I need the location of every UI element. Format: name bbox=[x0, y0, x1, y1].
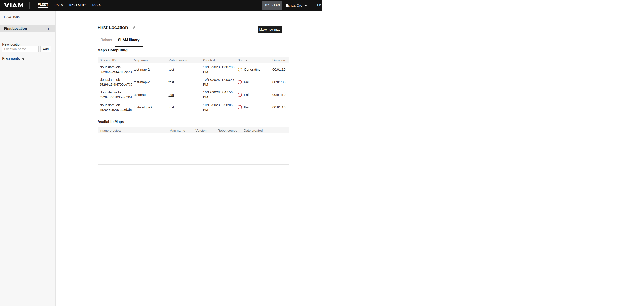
column-header: Map name bbox=[132, 57, 167, 63]
robot-source-link[interactable]: test bbox=[169, 105, 174, 109]
created-cell: 10/12/2023, 3:28:05 PM bbox=[201, 101, 236, 114]
robot-source-link[interactable]: test bbox=[169, 67, 174, 71]
topbar-divider bbox=[29, 2, 30, 9]
fail-icon bbox=[238, 93, 242, 97]
table-row: cloudslam-job-652848c52e7ab8d3b91c2e4dte… bbox=[98, 101, 289, 114]
empty-table-body bbox=[98, 133, 289, 153]
session-id: cloudslam-job-65296b2a9f4700ce7378a21f bbox=[100, 65, 132, 74]
session-id-cell: cloudslam-job-65296a5f9f4700ce7378a21d bbox=[98, 76, 132, 88]
session-id-cell: cloudslam-job-65284d667695afd304a913bc bbox=[98, 88, 132, 101]
session-id-cell: cloudslam-job-65296b2a9f4700ce7378a21f bbox=[98, 63, 132, 76]
status-label: Fail bbox=[244, 105, 249, 110]
generating-spinner-icon bbox=[238, 67, 242, 72]
org-switcher[interactable]: Esha's Org bbox=[286, 0, 307, 11]
status-label: Fail bbox=[244, 80, 249, 85]
user-avatar[interactable]: EM bbox=[317, 0, 321, 11]
maps-computing-table: Session IDMap nameRobot sourceCreatedSta… bbox=[98, 57, 290, 114]
locations-section-label: LOCATIONS bbox=[4, 15, 20, 19]
nav-item-registry[interactable]: REGISTRY bbox=[66, 0, 89, 11]
nav-item-label: DOCS bbox=[92, 3, 101, 7]
map-name-cell: testmap bbox=[132, 88, 167, 101]
new-location-input[interactable] bbox=[2, 46, 39, 52]
robot-source-cell: test bbox=[167, 63, 201, 76]
chevron-down-icon bbox=[304, 4, 307, 6]
fail-icon bbox=[238, 80, 242, 84]
nav-item-fleet[interactable]: FLEET bbox=[35, 0, 52, 11]
map-name-cell: testrealquick bbox=[132, 101, 167, 114]
column-header: Session ID bbox=[98, 57, 132, 63]
nav-item-docs[interactable]: DOCS bbox=[89, 0, 104, 11]
sidebar-divider bbox=[0, 38, 55, 38]
status-cell: Fail bbox=[236, 76, 271, 88]
column-header: Robot source bbox=[167, 57, 201, 63]
viam-logo[interactable] bbox=[4, 3, 23, 7]
fragments-label: Fragments bbox=[2, 56, 20, 61]
try-viam-button[interactable]: TRY VIAM bbox=[262, 1, 282, 9]
status-label: Fail bbox=[244, 92, 249, 97]
make-new-map-button[interactable]: Make new map bbox=[258, 26, 282, 33]
nav-item-label: REGISTRY bbox=[69, 3, 86, 7]
nav-item-data[interactable]: DATA bbox=[52, 0, 66, 11]
session-id-cell: cloudslam-job-652848c52e7ab8d3b91c2e4d bbox=[98, 101, 132, 114]
duration-cell: 00:01:06 bbox=[271, 76, 289, 88]
column-header: Status bbox=[236, 57, 271, 63]
status-cell: Fail bbox=[236, 101, 271, 114]
table-row: cloudslam-job-65296b2a9f4700ce7378a21fte… bbox=[98, 63, 289, 76]
created-cell: 10/12/2023, 3:47:50 PM bbox=[201, 88, 236, 101]
column-header: Duration bbox=[271, 57, 289, 63]
map-name-cell: test-map-2 bbox=[132, 76, 167, 88]
column-header: Date created bbox=[242, 127, 289, 133]
available-maps-table: Image previewMap nameVersionRobot source… bbox=[98, 127, 290, 153]
session-id: cloudslam-job-65296a5f9f4700ce7378a21d bbox=[100, 77, 132, 87]
maps-computing-heading: Maps Computing bbox=[98, 48, 289, 52]
column-header: Robot source bbox=[216, 127, 242, 133]
session-id: cloudslam-job-65284d667695afd304a913bc bbox=[100, 90, 132, 100]
main-content: First Location Make new map RobotsSLAM l… bbox=[56, 11, 322, 153]
status-cell: Generating bbox=[236, 63, 271, 76]
tab-robots[interactable]: Robots bbox=[98, 38, 115, 47]
arrow-right-icon bbox=[21, 57, 25, 60]
robot-source-cell: test bbox=[167, 101, 201, 114]
robot-source-cell: test bbox=[167, 76, 201, 88]
primary-nav: FLEETDATAREGISTRYDOCS bbox=[35, 0, 104, 11]
table-row: cloudslam-job-65296a5f9f4700ce7378a21dte… bbox=[98, 76, 289, 88]
map-name-cell: test-map-2 bbox=[132, 63, 167, 76]
column-header: Created bbox=[201, 57, 236, 63]
nav-item-label: FLEET bbox=[38, 3, 48, 8]
status-cell: Fail bbox=[236, 88, 271, 101]
fragments-link[interactable]: Fragments bbox=[2, 56, 25, 61]
location-tabs: RobotsSLAM library bbox=[98, 38, 289, 47]
table-row: cloudslam-job-65284d667695afd304a913bcte… bbox=[98, 88, 289, 101]
session-id: cloudslam-job-652848c52e7ab8d3b91c2e4d bbox=[100, 103, 132, 112]
duration-cell: 00:01:10 bbox=[271, 63, 289, 76]
add-location-button[interactable]: Add bbox=[40, 46, 51, 52]
column-header: Version bbox=[194, 127, 216, 133]
duration-cell: 00:01:10 bbox=[271, 101, 289, 114]
column-header: Map name bbox=[168, 127, 194, 133]
fail-icon bbox=[238, 105, 242, 109]
org-name: Esha's Org bbox=[286, 3, 302, 7]
nav-item-label: DATA bbox=[55, 3, 63, 7]
tab-slam-library[interactable]: SLAM library bbox=[115, 38, 142, 47]
created-cell: 10/13/2023, 12:07:06 PM bbox=[201, 63, 236, 76]
available-maps-heading: Available Maps bbox=[98, 120, 289, 124]
top-navigation-bar: FLEETDATAREGISTRYDOCS TRY VIAM Esha's Or… bbox=[0, 0, 322, 11]
location-name: First Location bbox=[4, 27, 27, 31]
locations-sidebar: LOCATIONS First Location 1 New location … bbox=[0, 11, 56, 153]
edit-pencil-icon[interactable] bbox=[132, 26, 136, 29]
page-title: First Location bbox=[98, 25, 128, 30]
status-label: Generating bbox=[244, 67, 260, 72]
duration-cell: 00:01:10 bbox=[271, 88, 289, 101]
robot-source-cell: test bbox=[167, 88, 201, 101]
column-header: Image preview bbox=[98, 127, 168, 133]
sidebar-item-first-location[interactable]: First Location 1 bbox=[0, 25, 55, 32]
robot-source-link[interactable]: test bbox=[169, 93, 174, 97]
robot-source-link[interactable]: test bbox=[169, 80, 174, 84]
created-cell: 10/13/2023, 12:03:43 PM bbox=[201, 76, 236, 88]
location-robot-count: 1 bbox=[48, 27, 49, 30]
